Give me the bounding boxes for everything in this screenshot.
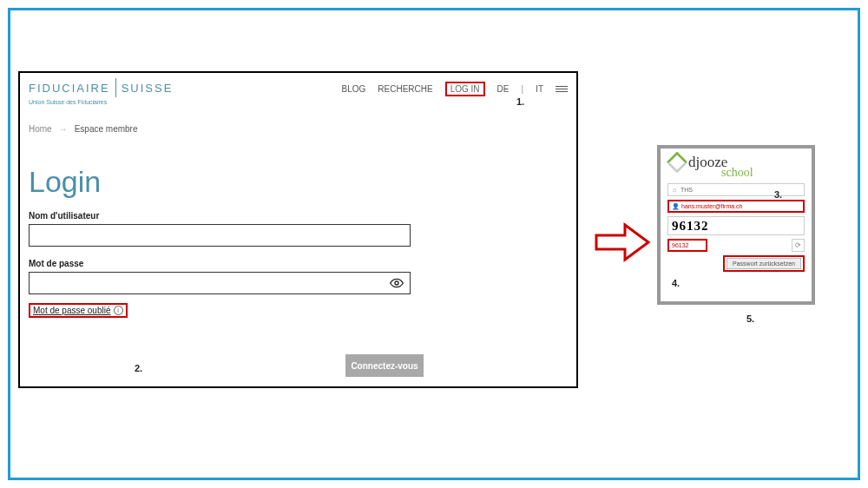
djooze-icon (669, 155, 685, 170)
submit-button[interactable]: Connectez-vous (345, 354, 424, 377)
forgot-password-link[interactable]: Mot de passe oublié (33, 306, 111, 315)
password-field-block: Mot de passe (20, 247, 576, 294)
breadcrumb-current: Espace membre (75, 124, 138, 134)
org-value: THS (681, 187, 693, 193)
callout-box-5: Passwort zurücksetzen (723, 255, 805, 272)
callout-1: 1. (516, 96, 524, 107)
person-icon: 👤 (672, 203, 679, 210)
top-nav: BLOG RECHERCHE LOG IN DE | IT (342, 78, 568, 96)
username-field-block: Nom d'utilisateur (20, 199, 576, 247)
refresh-captcha-button[interactable]: ⟳ (792, 239, 805, 252)
password-input[interactable] (29, 272, 411, 294)
callout-2: 2. (135, 363, 142, 373)
captcha-image: 96132 (667, 216, 805, 235)
page-title: Login (20, 134, 576, 199)
password-label: Mot de passe (29, 259, 568, 268)
lang-it[interactable]: IT (536, 84, 543, 94)
forgot-password-row: Mot de passe oublié i (20, 294, 576, 318)
email-value: hans.muster@firma.ch (681, 203, 743, 209)
info-icon[interactable]: i (114, 306, 123, 315)
reset-row: Passwort zurücksetzen (667, 255, 805, 272)
djooze-subtitle: school (721, 166, 812, 180)
arrow-right-icon (595, 221, 651, 267)
nav-search[interactable]: RECHERCHE (378, 84, 432, 94)
captcha-row: 96132 ⟳ (667, 239, 805, 252)
lang-de[interactable]: DE (497, 84, 510, 94)
nav-login[interactable]: LOG IN (450, 84, 480, 94)
nav-blog[interactable]: BLOG (342, 84, 366, 94)
callout-box-1: LOG IN (445, 82, 485, 96)
username-input[interactable] (29, 224, 411, 247)
logo-right: SUISSE (122, 82, 174, 95)
callout-box-2: Mot de passe oublié i (29, 303, 128, 318)
reset-password-button[interactable]: Passwort zurücksetzen (727, 258, 801, 269)
djooze-reset-dialog: djooze school ⌂ THS 👤 hans.muster@firma.… (657, 145, 815, 305)
fiduciaire-login-page: FIDUCIAIRE SUISSE Union Suisse des Fiduc… (18, 71, 578, 388)
callout-3: 3. (774, 189, 782, 200)
email-field[interactable]: 👤 hans.muster@firma.ch (667, 200, 805, 213)
svg-point-0 (395, 281, 398, 285)
callout-4: 4. (672, 278, 680, 288)
org-field[interactable]: ⌂ THS (667, 183, 805, 196)
username-label: Nom d'utilisateur (29, 211, 568, 221)
site-header: FIDUCIAIRE SUISSE Union Suisse des Fiduc… (20, 73, 576, 105)
refresh-icon: ⟳ (795, 241, 801, 249)
logo-left: FIDUCIAIRE (29, 82, 110, 95)
logo-tagline: Union Suisse des Fiduciaires (29, 99, 173, 105)
logo-divider (115, 78, 116, 97)
hamburger-icon[interactable] (556, 86, 568, 92)
breadcrumb: Home → Espace membre (20, 105, 576, 134)
captcha-input[interactable]: 96132 (667, 239, 707, 252)
lang-separator: | (522, 84, 524, 94)
breadcrumb-home[interactable]: Home (29, 124, 52, 134)
home-icon: ⌂ (671, 187, 678, 193)
chevron-right-icon: → (59, 124, 68, 134)
callout-5: 5. (746, 313, 754, 324)
eye-icon[interactable] (390, 276, 404, 293)
site-logo[interactable]: FIDUCIAIRE SUISSE Union Suisse des Fiduc… (29, 78, 173, 105)
